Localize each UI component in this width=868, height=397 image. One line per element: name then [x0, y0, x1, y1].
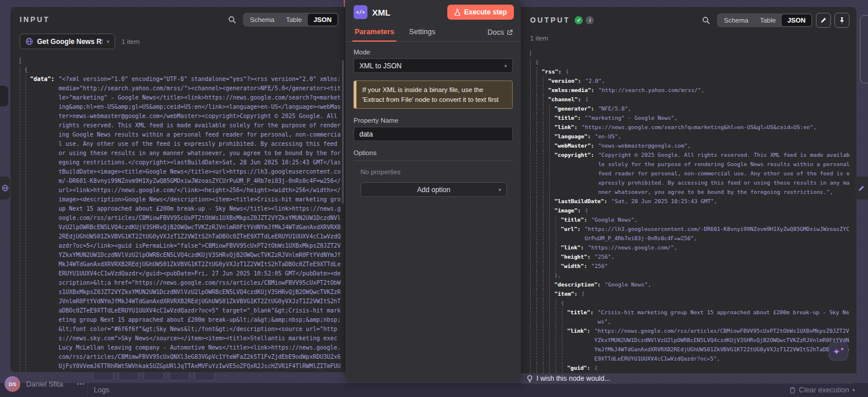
indent-guide: [549, 113, 554, 123]
logs-toggle[interactable]: Logs: [94, 386, 109, 394]
json-bracket: [: [19, 56, 22, 65]
add-option-button[interactable]: Add option ▾: [361, 182, 507, 197]
json-line: "item":[: [529, 289, 852, 299]
options-empty-text: No properties: [361, 168, 513, 175]
tab-settings[interactable]: Settings: [408, 23, 436, 41]
json-key: "generator":: [554, 104, 594, 113]
edit-output-button[interactable]: [816, 13, 831, 28]
output-tab-json[interactable]: JSON: [782, 14, 811, 26]
node-feedback-bar[interactable]: I wish this node would...: [521, 373, 856, 384]
indent-guide: [549, 289, 554, 299]
tab-parameters[interactable]: Parameters: [354, 23, 395, 41]
input-source-select[interactable]: Get Google News RSS ▾: [20, 34, 115, 49]
json-line: "link":"https://news.google.com/search?q…: [529, 123, 852, 132]
json-line: "guid":{: [529, 363, 852, 373]
indent-guide: [556, 308, 561, 326]
pencil-icon: [820, 17, 827, 24]
json-key: "description":: [554, 280, 601, 289]
input-tab-json[interactable]: JSON: [308, 14, 337, 25]
input-json-view[interactable]: [{"data":"<?xml version="1.0" encoding="…: [10, 52, 345, 372]
user-menu[interactable]: DS Daniel Sfita •••: [5, 376, 84, 392]
ai-assistant-button[interactable]: ✦✦: [829, 342, 848, 361]
indent-guide: [530, 308, 535, 326]
indent-guide: [530, 289, 535, 299]
json-key: "language":: [554, 132, 591, 141]
indent-guide: [530, 86, 535, 95]
chevron-down-icon: ▾: [504, 63, 507, 69]
indent-guide: [530, 104, 535, 113]
json-value: "http://search.yahoo.com/mrss/",: [598, 86, 852, 95]
json-key: "link":: [561, 243, 584, 252]
json-value: "en-US",: [595, 132, 852, 141]
json-key: "xmlns:media":: [548, 86, 594, 95]
input-node-edge-tab[interactable]: [0, 177, 10, 200]
json-key: "link":: [554, 123, 578, 132]
json-key: "link":: [567, 326, 590, 363]
input-panel-title: INPUT: [20, 16, 50, 24]
indent-guide: [536, 363, 542, 373]
execute-step-button[interactable]: Execute step: [447, 5, 514, 20]
pinned-data-edit-tab[interactable]: [855, 177, 868, 200]
json-value: "Copyright © 2025 Google. All rights res…: [598, 150, 852, 197]
indent-guide: [20, 75, 24, 372]
info-icon[interactable]: i: [586, 16, 594, 24]
json-line: {: [529, 58, 852, 67]
json-value: "https://news.google.com/",: [588, 243, 852, 252]
indent-guide: [530, 326, 535, 363]
indent-guide: [536, 225, 542, 243]
indent-guide: [536, 215, 542, 225]
binary-file-notice: If your XML is inside a binary file, use…: [354, 80, 513, 109]
indent-guide: [549, 215, 554, 225]
chevron-up-icon[interactable]: ▾: [852, 387, 855, 393]
clear-execution-button[interactable]: Clear execution ▾: [789, 386, 855, 394]
indent-guide: [536, 113, 542, 123]
indent-guide: [549, 326, 554, 363]
property-name-input[interactable]: [354, 127, 513, 141]
flask-icon: [454, 9, 461, 16]
indent-guide: [536, 280, 542, 289]
json-line: "xmlns:media":"http://search.yahoo.com/m…: [529, 86, 852, 95]
output-tab-schema[interactable]: Schema: [718, 14, 754, 26]
input-tab-table[interactable]: Table: [280, 14, 308, 25]
json-line: "language":"en-US",: [529, 132, 852, 141]
json-bracket: },: [554, 271, 561, 280]
output-items-count: 1 item: [530, 35, 548, 42]
mode-value: XML to JSON: [359, 62, 504, 70]
indent-guide: [536, 86, 542, 95]
input-search-button[interactable]: [228, 16, 236, 24]
output-json-view[interactable]: [{"rss":{"version":"2.0","xmlns:media":"…: [521, 44, 856, 373]
json-key: "title":: [567, 308, 594, 326]
output-search-button[interactable]: [702, 16, 710, 24]
chevron-down-icon: ▾: [498, 187, 501, 193]
docs-link[interactable]: Docs: [488, 28, 513, 36]
indent-guide: [530, 206, 535, 215]
mode-select[interactable]: XML to JSON ▾: [354, 58, 513, 73]
json-value: "Google News",: [605, 280, 852, 289]
search-icon: [228, 16, 236, 24]
user-options-icon[interactable]: •••: [77, 381, 85, 387]
indent-guide: [543, 141, 548, 150]
output-tab-table[interactable]: Table: [754, 14, 782, 26]
input-items-count: 1 item: [122, 38, 139, 45]
input-scrollbar[interactable]: [342, 60, 344, 204]
indent-guide: [543, 197, 548, 206]
indent-guide: [530, 225, 535, 243]
edge-node-tab[interactable]: [0, 86, 8, 106]
json-line: {: [19, 65, 341, 75]
indent-guide: [543, 95, 548, 104]
json-bracket: {: [594, 363, 598, 373]
output-view-switcher: Schema Table JSON: [717, 13, 812, 27]
json-bracket: [: [582, 289, 585, 299]
indent-guide: [530, 271, 535, 280]
json-line: "rss":{: [529, 67, 852, 76]
json-value: "Google News",: [591, 215, 852, 225]
indent-guide: [549, 271, 554, 280]
workflow-canvas: INPUT Schema Table JSON: [0, 0, 868, 397]
indent-guide: [549, 150, 554, 197]
json-line: "webMaster":"news-webmaster@google.com",: [529, 141, 852, 150]
pin-data-button[interactable]: [834, 13, 849, 28]
indent-guide: [543, 104, 548, 113]
indent-guide: [556, 215, 561, 225]
trash-icon: [789, 387, 796, 394]
input-tab-schema[interactable]: Schema: [244, 14, 280, 25]
